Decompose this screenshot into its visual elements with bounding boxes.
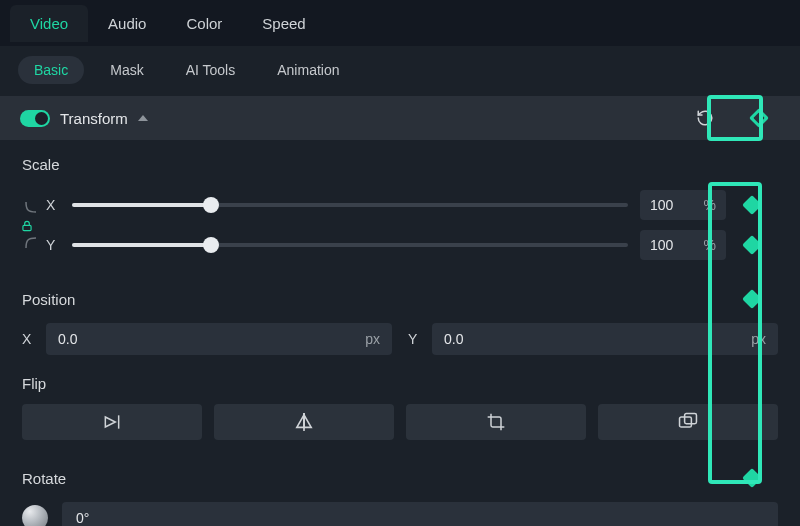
tab-video[interactable]: Video xyxy=(10,5,88,42)
lock-icon xyxy=(20,219,34,233)
subtab-basic[interactable]: Basic xyxy=(18,56,84,84)
scale-x-keyframe-button[interactable] xyxy=(731,186,773,224)
tab-audio[interactable]: Audio xyxy=(88,5,166,42)
crop-button[interactable] xyxy=(406,404,586,440)
transform-keyframe-button[interactable] xyxy=(738,99,780,137)
fit-icon xyxy=(677,412,699,432)
svg-rect-3 xyxy=(680,417,692,427)
crop-icon xyxy=(486,412,506,432)
svg-rect-4 xyxy=(685,414,697,424)
position-x-value: 0.0 xyxy=(58,331,77,347)
scale-x-value: 100 xyxy=(650,197,673,213)
flip-horizontal-icon xyxy=(102,413,122,431)
keyframe-diamond-icon xyxy=(742,289,762,309)
tab-speed[interactable]: Speed xyxy=(242,5,325,42)
scale-x-value-input[interactable]: 100 % xyxy=(640,190,726,220)
scale-y-axis-label: Y xyxy=(46,237,72,253)
scale-x-axis-label: X xyxy=(46,197,72,213)
flip-vertical-icon xyxy=(293,413,315,431)
collapse-caret-icon[interactable] xyxy=(138,115,148,121)
transform-title: Transform xyxy=(60,110,128,127)
scale-x-slider[interactable] xyxy=(72,195,628,215)
keyframe-diamond-icon xyxy=(742,468,762,488)
bracket-bottom-icon xyxy=(22,236,40,254)
scale-lock-button[interactable] xyxy=(18,217,36,235)
position-keyframe-button[interactable] xyxy=(731,280,773,318)
svg-rect-0 xyxy=(23,225,31,230)
flip-vertical-button[interactable] xyxy=(214,404,394,440)
rotate-dial[interactable] xyxy=(22,505,48,526)
top-tab-bar: Video Audio Color Speed xyxy=(0,0,800,46)
position-y-input[interactable]: 0.0 px xyxy=(432,323,778,355)
flip-horizontal-button[interactable] xyxy=(22,404,202,440)
scale-y-keyframe-button[interactable] xyxy=(731,226,773,264)
rotate-value-input[interactable]: 0° xyxy=(62,502,778,526)
keyframe-diamond-icon xyxy=(742,195,762,215)
rotate-keyframe-button[interactable] xyxy=(731,459,773,497)
subtab-ai-tools[interactable]: AI Tools xyxy=(170,56,252,84)
rotate-label: Rotate xyxy=(22,470,66,487)
position-x-axis-label: X xyxy=(22,331,36,347)
reset-icon xyxy=(696,109,714,127)
scale-label: Scale xyxy=(22,156,778,173)
fit-button[interactable] xyxy=(598,404,778,440)
position-x-unit: px xyxy=(365,331,380,347)
scale-y-unit: % xyxy=(704,237,716,253)
position-y-axis-label: Y xyxy=(408,331,422,347)
scale-x-unit: % xyxy=(704,197,716,213)
sub-tab-bar: Basic Mask AI Tools Animation xyxy=(0,46,800,96)
subtab-mask[interactable]: Mask xyxy=(94,56,159,84)
scale-y-slider[interactable] xyxy=(72,235,628,255)
bracket-top-icon xyxy=(22,196,40,214)
position-y-value: 0.0 xyxy=(444,331,463,347)
scale-y-value: 100 xyxy=(650,237,673,253)
transform-section-header: Transform xyxy=(0,96,800,140)
flip-label: Flip xyxy=(22,375,778,392)
position-y-unit: px xyxy=(751,331,766,347)
position-label: Position xyxy=(22,291,75,308)
subtab-animation[interactable]: Animation xyxy=(261,56,355,84)
rotate-value: 0° xyxy=(76,510,89,526)
position-x-input[interactable]: 0.0 px xyxy=(46,323,392,355)
keyframe-diamond-icon xyxy=(749,108,769,128)
keyframe-diamond-icon xyxy=(742,235,762,255)
scale-y-value-input[interactable]: 100 % xyxy=(640,230,726,260)
transform-toggle[interactable] xyxy=(20,110,50,127)
tab-color[interactable]: Color xyxy=(166,5,242,42)
transform-reset-button[interactable] xyxy=(692,105,718,131)
